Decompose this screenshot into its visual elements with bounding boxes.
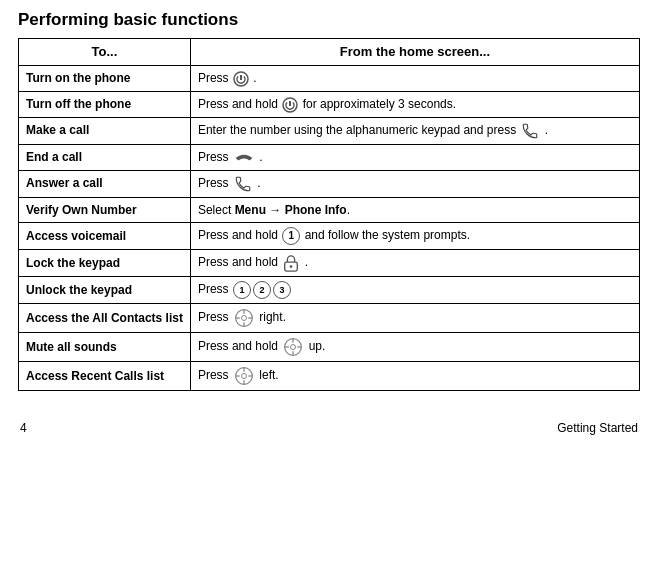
action-cell: Access Recent Calls list <box>19 362 191 391</box>
table-row: Turn off the phonePress and hold for app… <box>19 92 640 118</box>
key-1-icon: 1 <box>282 227 300 245</box>
table-row: Lock the keypadPress and hold . <box>19 250 640 277</box>
col2-header: From the home screen... <box>190 39 639 66</box>
table-row: Mute all soundsPress and hold up. <box>19 333 640 362</box>
svg-point-20 <box>241 374 246 379</box>
power-icon <box>233 71 249 87</box>
table-row: Access voicemailPress and hold 1 and fol… <box>19 223 640 250</box>
call-send-icon <box>521 122 539 140</box>
table-row: Access Recent Calls listPress left. <box>19 362 640 391</box>
col1-header: To... <box>19 39 191 66</box>
page-footer: 4 Getting Started <box>18 421 640 435</box>
instruction-cell: Press and hold for approximately 3 secon… <box>190 92 639 118</box>
instruction-cell: Press right. <box>190 304 639 333</box>
nav-icon <box>234 308 254 328</box>
page-container: Performing basic functions To... From th… <box>0 0 658 445</box>
action-cell: Turn off the phone <box>19 92 191 118</box>
instruction-cell: Enter the number using the alphanumeric … <box>190 117 639 144</box>
answer-call-icon <box>234 175 252 193</box>
action-cell: Answer a call <box>19 170 191 197</box>
action-cell: End a call <box>19 144 191 170</box>
table-row: End a callPress . <box>19 144 640 170</box>
instruction-cell: Press . <box>190 66 639 92</box>
svg-point-8 <box>241 316 246 321</box>
key-1-icon: 1 <box>233 281 251 299</box>
svg-point-14 <box>291 345 296 350</box>
table-row: Verify Own NumberSelect Menu → Phone Inf… <box>19 197 640 223</box>
power-icon <box>282 97 298 113</box>
instruction-cell: Select Menu → Phone Info. <box>190 197 639 223</box>
action-cell: Access the All Contacts list <box>19 304 191 333</box>
table-row: Make a callEnter the number using the al… <box>19 117 640 144</box>
instruction-cell: Press and hold . <box>190 250 639 277</box>
instruction-cell: Press and hold 1 and follow the system p… <box>190 223 639 250</box>
instruction-cell: Press 123 <box>190 277 639 304</box>
table-row: Answer a callPress . <box>19 170 640 197</box>
instruction-cell: Press . <box>190 144 639 170</box>
instruction-cell: Press left. <box>190 362 639 391</box>
action-cell: Access voicemail <box>19 223 191 250</box>
table-row: Unlock the keypadPress 123 <box>19 277 640 304</box>
functions-table: To... From the home screen... Turn on th… <box>18 38 640 391</box>
nav-icon <box>234 366 254 386</box>
action-cell: Lock the keypad <box>19 250 191 277</box>
footer-section: Getting Started <box>557 421 638 435</box>
svg-point-6 <box>290 266 293 269</box>
page-title: Performing basic functions <box>18 10 640 30</box>
instruction-cell: Press and hold up. <box>190 333 639 362</box>
table-row: Turn on the phonePress . <box>19 66 640 92</box>
footer-page-number: 4 <box>20 421 27 435</box>
nav-icon <box>283 337 303 357</box>
action-cell: Make a call <box>19 117 191 144</box>
end-call-icon <box>234 151 254 165</box>
action-cell: Verify Own Number <box>19 197 191 223</box>
instruction-cell: Press . <box>190 170 639 197</box>
action-cell: Turn on the phone <box>19 66 191 92</box>
action-cell: Mute all sounds <box>19 333 191 362</box>
table-row: Access the All Contacts listPress right. <box>19 304 640 333</box>
lock-icon <box>283 254 299 272</box>
key-2-icon: 2 <box>253 281 271 299</box>
key-3-icon: 3 <box>273 281 291 299</box>
action-cell: Unlock the keypad <box>19 277 191 304</box>
